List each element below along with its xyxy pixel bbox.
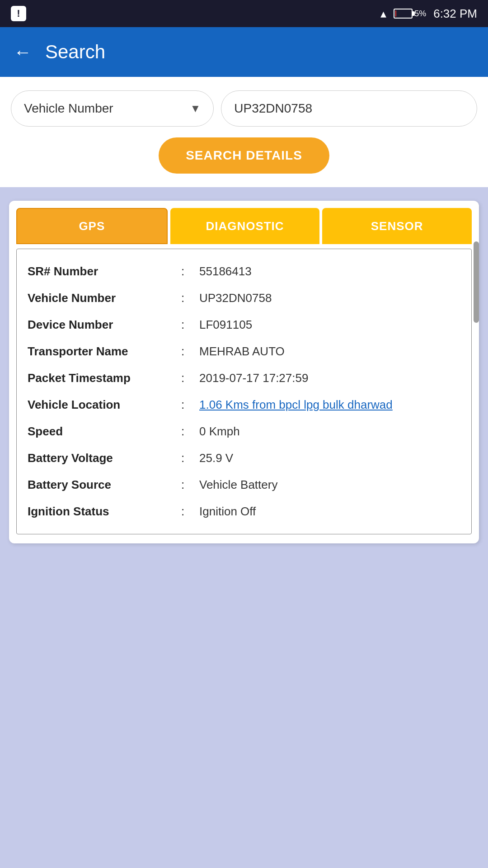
data-label: Vehicle Number [28, 291, 181, 305]
data-table: SR# Number:55186413Vehicle Number:UP32DN… [16, 249, 472, 534]
search-details-button[interactable]: SEARCH DETAILS [159, 137, 329, 174]
status-bar-left: ! [11, 6, 26, 21]
header: ← Search [0, 27, 488, 77]
data-label: Ignition Status [28, 505, 181, 519]
data-value: Vehicle Battery [199, 478, 460, 492]
table-row: SR# Number:55186413 [28, 258, 460, 285]
scroll-indicator [474, 241, 479, 323]
data-value: 55186413 [199, 264, 460, 278]
data-label: Battery Voltage [28, 451, 181, 465]
data-label: Battery Source [28, 478, 181, 492]
results-card: GPS DIAGNOSTIC SENSOR SR# Number:5518641… [9, 201, 479, 543]
table-row: Ignition Status:Ignition Off [28, 498, 460, 525]
battery-icon [394, 9, 413, 19]
battery-fill [395, 10, 396, 17]
status-bar-right: ▴ 5% 6:32 PM [380, 7, 477, 21]
wifi-icon: ▴ [380, 7, 386, 21]
main-content: GPS DIAGNOSTIC SENSOR SR# Number:5518641… [0, 187, 488, 820]
data-value: 25.9 V [199, 451, 460, 465]
tab-diagnostic[interactable]: DIAGNOSTIC [170, 208, 320, 244]
data-colon: : [181, 425, 199, 439]
search-row: Vehicle Number ▼ [11, 90, 477, 127]
table-row: Battery Voltage:25.9 V [28, 445, 460, 472]
page-title: Search [45, 41, 105, 63]
data-label: Transporter Name [28, 344, 181, 359]
data-colon: : [181, 318, 199, 332]
data-colon: : [181, 371, 199, 385]
table-row: Vehicle Number:UP32DN0758 [28, 285, 460, 311]
table-row: Transporter Name:MEHRAB AUTO [28, 338, 460, 365]
back-button[interactable]: ← [14, 42, 32, 62]
data-colon: : [181, 478, 199, 492]
data-label: SR# Number [28, 264, 181, 278]
data-label: Device Number [28, 318, 181, 332]
table-row: Battery Source:Vehicle Battery [28, 472, 460, 498]
data-value: UP32DN0758 [199, 291, 460, 305]
dropdown-label: Vehicle Number [24, 101, 113, 116]
tabs-row: GPS DIAGNOSTIC SENSOR [9, 201, 479, 244]
table-row: Device Number:LF091105 [28, 311, 460, 338]
battery-container: 5% [394, 9, 426, 19]
data-colon: : [181, 451, 199, 465]
data-value: MEHRAB AUTO [199, 344, 460, 359]
data-value: LF091105 [199, 318, 460, 332]
search-input[interactable] [221, 90, 477, 127]
tab-gps[interactable]: GPS [16, 208, 168, 244]
search-panel: Vehicle Number ▼ SEARCH DETAILS [0, 77, 488, 187]
data-value[interactable]: 1.06 Kms from bpcl lpg bulk dharwad [199, 398, 460, 412]
tab-sensor[interactable]: SENSOR [322, 208, 472, 244]
data-value: 0 Kmph [199, 425, 460, 439]
data-value: Ignition Off [199, 505, 460, 519]
data-colon: : [181, 264, 199, 278]
data-colon: : [181, 505, 199, 519]
table-row: Vehicle Location:1.06 Kms from bpcl lpg … [28, 392, 460, 418]
battery-percent: 5% [414, 9, 426, 19]
table-row: Speed:0 Kmph [28, 418, 460, 445]
status-bar: ! ▴ 5% 6:32 PM [0, 0, 488, 27]
data-colon: : [181, 291, 199, 305]
status-time: 6:32 PM [433, 7, 477, 21]
data-label: Vehicle Location [28, 398, 181, 412]
data-colon: : [181, 344, 199, 359]
table-row: Packet Timestamp:2019-07-17 17:27:59 [28, 365, 460, 392]
data-label: Packet Timestamp [28, 371, 181, 385]
search-type-dropdown[interactable]: Vehicle Number ▼ [11, 90, 214, 127]
data-value: 2019-07-17 17:27:59 [199, 371, 460, 385]
data-colon: : [181, 398, 199, 412]
data-label: Speed [28, 425, 181, 439]
dropdown-arrow-icon: ▼ [190, 102, 201, 115]
alert-icon: ! [11, 6, 26, 21]
